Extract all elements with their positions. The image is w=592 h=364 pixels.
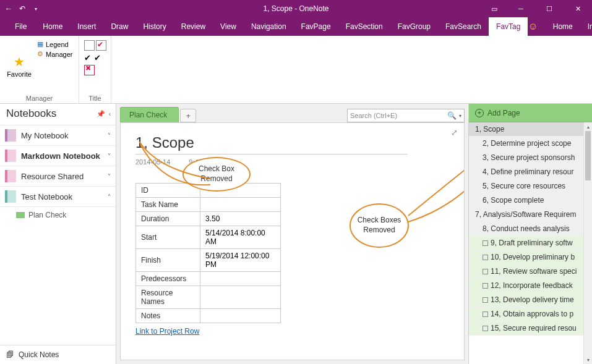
title-style-row2[interactable]: ✔✔ <box>84 53 106 62</box>
callout-checkboxes-removed: Check Boxes Removed <box>350 203 409 248</box>
favorite-button[interactable]: ★ Favorite <box>5 38 33 93</box>
page-list-item[interactable]: 4, Define preliminary resour <box>469 165 583 179</box>
legend-icon: ▦ <box>37 40 43 48</box>
qa-dropdown-icon[interactable]: ▾ <box>31 4 41 14</box>
section-swatch <box>16 212 25 218</box>
star-icon: ★ <box>14 54 25 69</box>
page-area: Plan Check + Search (Ctrl+E) 🔍 ▾ ⤢ 1, Sc… <box>116 104 468 364</box>
link-to-project-row[interactable]: Link to Project Row <box>135 327 199 336</box>
quick-notes-icon: 🗐 <box>6 350 14 359</box>
menu-draw[interactable]: Draw <box>103 17 135 36</box>
page-list-item[interactable]: 9, Draft preliminary softw <box>469 236 583 250</box>
add-section-button[interactable]: + <box>180 109 196 122</box>
menu-review[interactable]: Review <box>174 17 213 36</box>
page-list-item[interactable]: 7, Analysis/Software Requirem <box>469 208 583 222</box>
menu-history[interactable]: History <box>135 17 173 36</box>
section-item[interactable]: Plan Check <box>0 207 116 223</box>
search-icon: 🔍 <box>447 111 457 120</box>
maximize-button[interactable]: ☐ <box>535 0 564 17</box>
checkbox-icon <box>483 269 488 274</box>
ribbon-group-manager-label: Manager <box>5 93 74 102</box>
notebook-icon <box>5 170 16 182</box>
ribbon-display-icon[interactable]: ▭ <box>482 0 507 17</box>
property-table: IDTask NameDuration3.50Start5/14/2014 8:… <box>135 183 281 323</box>
page-list-item[interactable]: 6, Scope complete <box>469 193 583 208</box>
page-list-panel: + Add Page 1, Scope2, Determine project … <box>468 104 592 364</box>
page-list-item[interactable]: 14, Obtain approvals to p <box>469 307 583 321</box>
quick-notes-button[interactable]: 🗐 Quick Notes <box>0 345 116 364</box>
page-list-item[interactable]: 11, Review software speci <box>469 265 583 279</box>
section-tab-plan-check[interactable]: Plan Check <box>120 107 179 122</box>
checkbox-icon <box>483 326 488 331</box>
table-row: Predecessors <box>136 272 281 286</box>
menu-insert[interactable]: Insert <box>70 17 103 36</box>
table-row: Resource Names <box>136 286 281 309</box>
menu-favsection[interactable]: FavSection <box>338 17 390 36</box>
menu-favsearch[interactable]: FavSearch <box>438 17 489 36</box>
chevron-icon: ˅ <box>108 173 111 180</box>
pin-icon[interactable]: 📌 <box>97 110 105 118</box>
notebooks-header: Notebooks <box>6 108 97 120</box>
minimize-button[interactable]: ─ <box>507 0 535 17</box>
page-list-item[interactable]: 3, Secure project sponsorsh <box>469 151 583 165</box>
chevron-left-icon[interactable]: ‹ <box>109 111 111 117</box>
menu-favgroup[interactable]: FavGroup <box>390 17 438 36</box>
menu-view[interactable]: View <box>213 17 244 36</box>
chevron-icon: ˄ <box>108 193 111 200</box>
chevron-icon: ˅ <box>108 132 111 139</box>
menu-insert[interactable]: Insert <box>580 17 592 36</box>
page-list-item[interactable]: 13, Develop delivery time <box>469 293 583 307</box>
undo-icon[interactable]: ↶ <box>17 4 27 14</box>
close-button[interactable]: ✕ <box>564 0 592 17</box>
notebook-item[interactable]: Resource Shared ˅ <box>0 166 116 187</box>
ribbon: ★ Favorite ▦Legend ⚙Manager Manager ✔ ✔✔… <box>0 36 592 104</box>
menu-home[interactable]: Home <box>546 17 580 36</box>
menu-navigation[interactable]: Navigation <box>244 17 294 36</box>
table-row: Duration3.50 <box>136 212 281 226</box>
titlebar: ← ↶ ▾ 1, Scope - OneNote ▭ ─ ☐ ✕ <box>0 0 592 17</box>
back-icon[interactable]: ← <box>4 4 14 14</box>
menu-favpage[interactable]: FavPage <box>294 17 338 36</box>
checkbox-icon <box>483 255 488 260</box>
feedback-smile-icon[interactable]: ☺ <box>528 17 538 36</box>
search-input[interactable]: Search (Ctrl+E) 🔍 ▾ <box>347 109 465 122</box>
checkbox-icon <box>483 240 488 246</box>
notebook-item[interactable]: Markdown Notebook ˅ <box>0 146 116 166</box>
page-list-item[interactable]: 1, Scope <box>469 122 583 137</box>
page-list-item[interactable]: 10, Develop preliminary b <box>469 250 583 265</box>
manager-button[interactable]: ⚙Manager <box>37 50 72 58</box>
add-page-button[interactable]: + Add Page <box>469 104 592 122</box>
plus-icon: + <box>475 109 484 117</box>
title-style-row3[interactable]: ✖ <box>84 65 106 75</box>
notebooks-panel: Notebooks 📌 ‹ My Notebook ˅ Markdown Not… <box>0 104 116 364</box>
notebook-item[interactable]: My Notebook ˅ <box>0 125 116 146</box>
chevron-down-icon[interactable]: ▾ <box>459 113 461 119</box>
page-title[interactable]: 1, Scope <box>135 134 449 151</box>
scroll-thumb[interactable] <box>585 131 591 180</box>
window-title: 1, Scope - OneNote <box>263 4 328 13</box>
page-canvas[interactable]: ⤢ 1, Scope 2014-05-14 9:47 IDTask NameDu… <box>120 122 465 360</box>
menubar: File HomeInsertDrawHistoryReviewViewNavi… <box>0 17 592 36</box>
legend-button[interactable]: ▦Legend <box>37 40 72 48</box>
page-list-scrollbar[interactable]: ▴ ▾ <box>583 122 592 364</box>
checkbox-icon <box>483 283 488 289</box>
notebook-item[interactable]: Test Notebook ˄ <box>0 187 116 207</box>
menu-home[interactable]: Home <box>35 17 70 36</box>
page-list-item[interactable]: 12, Incorporate feedback <box>469 279 583 293</box>
table-row: Start5/14/2014 8:00:00 AM <box>136 226 281 249</box>
notebook-icon <box>5 190 16 203</box>
page-list-item[interactable]: 8, Conduct needs analysis <box>469 222 583 236</box>
page-list-item[interactable]: 2, Determine project scope <box>469 137 583 151</box>
expand-icon[interactable]: ⤢ <box>451 128 458 137</box>
scroll-up-icon[interactable]: ▴ <box>584 122 592 131</box>
title-style-row1[interactable]: ✔ <box>84 40 106 51</box>
scroll-down-icon[interactable]: ▾ <box>584 355 592 364</box>
table-row: Task Name <box>136 198 281 212</box>
menu-favtag[interactable]: FavTag <box>489 17 528 36</box>
table-row: Notes <box>136 309 281 323</box>
table-row: Finish5/19/2014 12:00:00 PM <box>136 249 281 272</box>
menu-file[interactable]: File <box>6 17 35 36</box>
manager-icon: ⚙ <box>37 50 43 58</box>
page-list-item[interactable]: 5, Secure core resources <box>469 179 583 193</box>
page-list-item[interactable]: 15, Secure required resou <box>469 321 583 336</box>
